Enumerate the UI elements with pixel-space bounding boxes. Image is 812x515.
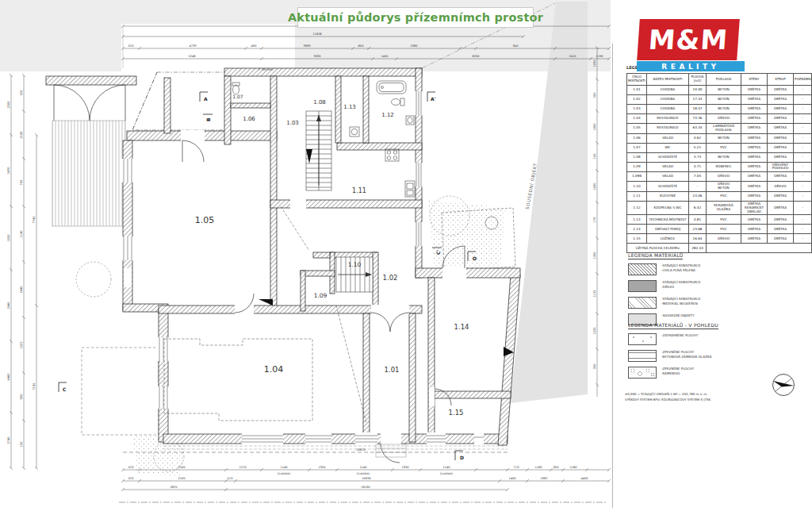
table-cell: - [794, 234, 812, 244]
table-row: 1.06SKLAD4.62BETONOMÍTKAOMÍTKA- [627, 133, 812, 143]
note-level: ±0,000 = STÁVAJÍCÍ ÚROVEŇ 1.NP = 332,780… [625, 391, 710, 397]
table-cell: 1.10 [627, 182, 647, 192]
svg-text:1400: 1400 [508, 477, 516, 480]
svg-text:11806: 11806 [312, 33, 322, 36]
table-cell: DŘEVO BETON [707, 182, 741, 192]
table-cell: 23.06 [689, 191, 707, 201]
svg-text:1180: 1180 [569, 466, 577, 469]
table-cell: 4.81 [689, 215, 707, 225]
double-door-1-01 [371, 313, 409, 332]
note-system: VÝŠKOVÝ SYSTÉM BPV/ SOUŘADNICOVÝ SYSTÉM … [625, 397, 710, 402]
table-row: 1.12KOUPELNA S WC6.42KERAMICKÁ DLAŽBAOMÍ… [627, 201, 812, 214]
table-cell: 1.05 [627, 124, 647, 134]
table-cell: - [794, 191, 812, 201]
svg-text:7145: 7145 [33, 382, 36, 390]
svg-text:520: 520 [128, 466, 135, 469]
table-cell: DŘEVĚNÝ PODHLED [768, 162, 794, 172]
svg-text:1982: 1982 [540, 477, 547, 480]
legend-item-label: -SOUSEDNÍ OBJEKTY [661, 313, 694, 318]
svg-text:3030: 3030 [313, 55, 321, 58]
svg-text:C: C [63, 386, 67, 392]
table-header-row: ČÍSLO MÍSTNOSTINÁZEV MÍSTNOSTIPLOCHA [m2… [627, 74, 812, 86]
table-row: 1.15LOŽNICE16.64DŘEVOOMÍTKAOMÍTKA- [627, 234, 812, 244]
table-cell: OMÍTKA [741, 105, 768, 114]
table-cell: OMÍTKA [768, 152, 794, 162]
table-cell: SKLAD [647, 172, 689, 182]
table-cell: 1.09B [627, 172, 647, 182]
table-cell: OMÍTKA [741, 172, 768, 182]
svg-text:1270: 1270 [239, 466, 247, 469]
legend-materials-view-items: -ZATRAVNĚNÉ PLOCHY-ZPEVNĚNÉ PLOCHY-BETON… [628, 333, 711, 379]
svg-text:510: 510 [228, 477, 234, 480]
table-cell: RESTAURACE [647, 114, 689, 124]
svg-text:4733: 4733 [189, 44, 196, 48]
svg-text:5380: 5380 [410, 44, 418, 48]
room-label-1-14: 1.14 [454, 323, 469, 331]
table-cell: OMÍTKA [768, 234, 794, 244]
svg-text:1140: 1140 [359, 466, 367, 469]
table-cell: 1.13 [627, 215, 647, 225]
table-cell: OMÍTKA [741, 143, 768, 152]
height-note: 2 785 mm [259, 68, 274, 71]
table-cell: 3.73 [689, 152, 707, 162]
svg-text:490: 490 [251, 44, 258, 48]
table-cell: 18.47 [689, 105, 707, 114]
svg-text:745: 745 [20, 180, 23, 186]
svg-text:1350: 1350 [401, 466, 409, 469]
table-cell: PVC [707, 143, 741, 152]
table-cell: CHODBA [647, 105, 689, 114]
svg-text:770: 770 [514, 466, 520, 469]
table-cell: BETON [707, 95, 741, 105]
table-cell: - [794, 182, 812, 192]
table-cell: BETON [707, 133, 741, 143]
table-row: 1.04RESTAURACE73.36DŘEVOOMÍTKAOMÍTKA- [627, 114, 812, 124]
table-cell: OMÍTKA [768, 201, 794, 214]
table-cell: KUCHYNĚ [647, 191, 689, 201]
table-cell: OMÍTKA [741, 225, 768, 234]
svg-text:900: 900 [20, 394, 23, 400]
svg-text:D: D [473, 256, 477, 261]
legend-item-label: -ZPEVNĚNÉ PLOCHY-BETONOVÁ ZÁMKOVÁ DLAŽBA [661, 350, 711, 359]
table-cell: RESTAURACE [647, 124, 689, 134]
table-cell: TECHNICKÁ MÍSTNOST [647, 215, 689, 225]
table-cell: - [794, 215, 812, 225]
svg-text:3983: 3983 [303, 44, 310, 48]
table-cell: DŘEVO [768, 182, 794, 192]
legend-materials-title: LEGENDA MATERIÁLŮ [628, 252, 683, 259]
room-label-1-01: 1.01 [385, 366, 400, 374]
svg-text:1180: 1180 [534, 466, 542, 469]
svg-text:2140(960): 2140(960) [278, 472, 291, 475]
column-header: STĚNY [741, 74, 768, 86]
room-label-1-06: 1.06 [243, 116, 255, 122]
table-row: 1.02CHODBA17.33BETONOMÍTKAOMÍTKA- [627, 95, 812, 105]
legend-materials-view-title: LEGENDA MATERIÁLŮ - V POHLEDU [628, 322, 718, 329]
legend-materials-items: -STÁVAJÍCÍ KONSTRUKCE-CIHLA PLNÁ PÁLENÁ-… [628, 263, 701, 325]
sink-icon [406, 116, 414, 125]
svg-text:1000: 1000 [593, 183, 596, 190]
table-cell: BETON [707, 152, 741, 162]
table-cell: OMÍTKA KERAMICKÝ OBKLAD [741, 201, 768, 214]
svg-text:A: A [204, 96, 208, 102]
table-cell: 1.07 [627, 143, 647, 152]
table-cell: OMÍTKA [741, 162, 768, 172]
legend-item-label: -ZATRAVNĚNÉ PLOCHY [661, 333, 698, 338]
stove-icon [385, 149, 399, 161]
table-cell: 1.03 [627, 105, 647, 114]
legend-item: -ZATRAVNĚNÉ PLOCHY [628, 333, 711, 345]
exterior-steps [376, 444, 406, 457]
table-cell: OMÍTKA [768, 105, 794, 114]
table-cell: DŘEVO [707, 234, 741, 244]
bathtub-icon [377, 81, 406, 94]
table-cell: OMÍTKA [768, 114, 794, 124]
table-cell: SKLAD [647, 133, 689, 143]
room-label-1-02: 1.02 [383, 274, 398, 282]
table-cell: OMÍTKA [741, 86, 768, 95]
floor-plan: SOUSEDNÍ OBJEKT [0, 0, 626, 515]
legend-item-label: -STÁVAJÍCÍ KONSTRUKCE-MATERIÁL NEOVĚŘEN [661, 297, 701, 306]
svg-text:1350: 1350 [318, 466, 326, 469]
room-label-1-07: 1.07 [232, 94, 243, 99]
table-cell: WC [647, 143, 689, 152]
survey-notes: ±0,000 = STÁVAJÍCÍ ÚROVEŇ 1.NP = 332,780… [625, 391, 710, 402]
legend-item: -STÁVAJÍCÍ KONSTRUKCE-DŘEVO [628, 280, 701, 292]
canopy-outline [132, 72, 228, 130]
